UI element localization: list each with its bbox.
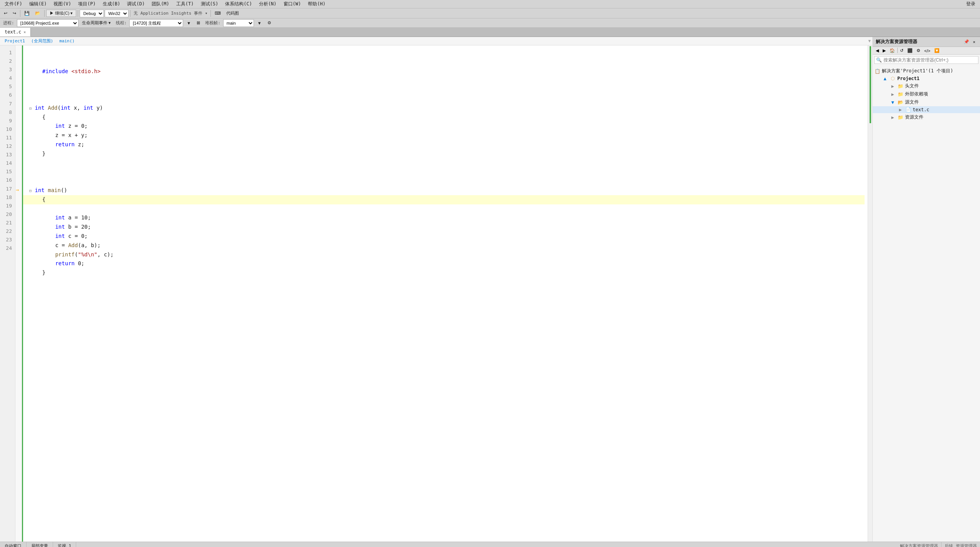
- main-area: Project1 (全局范围) main() ▼ 1 2 3 4 5 6 7 8…: [0, 37, 980, 542]
- panel-pin-btn[interactable]: 📌: [962, 39, 971, 45]
- line-11: }: [29, 151, 45, 157]
- menu-analyze[interactable]: 分析(N): [256, 0, 280, 8]
- menu-architecture[interactable]: 体系结构(C): [222, 0, 255, 8]
- textc-file-icon: 📄: [905, 107, 911, 112]
- sep3: [78, 10, 78, 17]
- line-8: int z = 0;: [29, 123, 88, 129]
- open-btn[interactable]: 📂: [33, 10, 43, 17]
- menu-team[interactable]: 团队(M): [149, 0, 172, 8]
- menu-test[interactable]: 测试(S): [198, 0, 222, 8]
- menu-view[interactable]: 视图(V): [50, 0, 74, 8]
- stop-btn[interactable]: ⬛: [906, 48, 914, 54]
- menu-tools[interactable]: 工具(T): [173, 0, 197, 8]
- bottom-tab-watch[interactable]: 监视 1: [53, 542, 76, 547]
- nav-back-btn[interactable]: ◀: [874, 48, 880, 54]
- search-icon: 🔍: [876, 57, 882, 63]
- tab-close-btn[interactable]: ×: [23, 30, 26, 34]
- debug-dropdown[interactable]: Debug: [80, 10, 104, 17]
- expand5-icon: ▶: [897, 107, 903, 112]
- redo-btn[interactable]: ↪: [10, 10, 18, 17]
- sep: [897, 48, 898, 53]
- tree-text-c[interactable]: ▶ 📄 text.c: [873, 106, 980, 113]
- headers-folder-icon: 📁: [897, 84, 903, 89]
- line-2: #include <stdio.h>: [29, 68, 100, 74]
- nav-scope[interactable]: (全局范围): [28, 38, 56, 44]
- solution-icon: 📋: [874, 69, 880, 74]
- save-btn[interactable]: 💾: [22, 10, 32, 17]
- code-view-btn2[interactable]: </>: [923, 48, 932, 54]
- refresh-btn[interactable]: ↺: [898, 48, 905, 54]
- file-tab-text-c[interactable]: text.c ×: [0, 28, 31, 37]
- process-select[interactable]: [10668] Project1.exe: [17, 19, 78, 27]
- lifecycle-btn[interactable]: 生命周期事件 ▾: [80, 19, 113, 27]
- stack-expand-btn[interactable]: ▼: [255, 20, 264, 26]
- line-9: z = x + y;: [29, 132, 88, 138]
- solution-explorer-btn[interactable]: 解决方案资源管理器: [897, 542, 941, 547]
- code-view-btn[interactable]: 代码图: [224, 10, 241, 17]
- bottom-tab-locals[interactable]: 局部变量: [27, 542, 53, 547]
- stack-select[interactable]: main: [223, 19, 254, 27]
- filter-btn2[interactable]: 🔽: [933, 48, 941, 54]
- menu-debug[interactable]: 调试(D): [124, 0, 148, 8]
- source-ctrl-btn[interactable]: ⌨: [212, 10, 223, 17]
- code-content[interactable]: #include <stdio.h> ⊟ int Add(int x, int …: [23, 45, 868, 542]
- src-folder-icon: 📂: [897, 100, 903, 105]
- line-20: c = Add(a, b);: [29, 242, 100, 248]
- filter-btn[interactable]: ▼: [184, 20, 193, 26]
- project-icon: ⬡: [890, 76, 896, 81]
- login-area[interactable]: 登录: [966, 1, 978, 7]
- nav-expand-btn[interactable]: ▼: [868, 38, 871, 43]
- nav-forward-btn[interactable]: ▶: [881, 48, 887, 54]
- line-18: int b = 20;: [29, 224, 91, 230]
- tree-headers[interactable]: ▶ 📁 头文件: [873, 82, 980, 90]
- settings-btn[interactable]: ⚙: [915, 48, 922, 54]
- headers-expand-icon: ▶: [890, 84, 896, 89]
- solution-search-input[interactable]: [883, 57, 977, 63]
- bottom-tab-auto[interactable]: 自动窗口: [0, 542, 27, 547]
- code-editor[interactable]: 1 2 3 4 5 6 7 8 9 10 11 12 13 14 15 16 1…: [0, 45, 872, 542]
- line-16: {: [23, 195, 865, 204]
- tree-resource-files[interactable]: ▶ 📁 资源文件: [873, 113, 980, 121]
- tab-bar: text.c ×: [0, 28, 980, 37]
- undo-btn[interactable]: ↩: [2, 10, 10, 17]
- nav-function[interactable]: main(): [56, 38, 78, 43]
- platform-dropdown[interactable]: Win32: [105, 10, 129, 17]
- panel-title-bar: 解决方案资源管理器 📌 ×: [873, 37, 980, 47]
- solution-tree: 📋 解决方案'Project1'(1 个项目) ▲ ⬡ Project1 ▶ 📁…: [873, 65, 980, 542]
- editor-area: Project1 (全局范围) main() ▼ 1 2 3 4 5 6 7 8…: [0, 37, 872, 542]
- menu-window[interactable]: 窗口(W): [280, 0, 304, 8]
- thread-select[interactable]: [14720] 主线程: [129, 19, 183, 27]
- panel-title: 解决方案资源管理器: [876, 38, 917, 45]
- panel-toolbar: ◀ ▶ 🏠 ↺ ⬛ ⚙ </> 🔽: [873, 47, 980, 55]
- panel-close-btn[interactable]: ×: [972, 39, 977, 45]
- menu-file[interactable]: 文件(F): [2, 0, 25, 8]
- resource-manager-btn[interactable]: 后续 资源管理器: [941, 542, 980, 547]
- collapse-main-fn[interactable]: ⊟: [29, 189, 32, 193]
- line-7: {: [29, 114, 45, 120]
- nav-project[interactable]: Project1: [2, 38, 28, 43]
- menu-project[interactable]: 项目(P): [75, 0, 99, 8]
- panel-controls: 📌 ×: [962, 39, 977, 45]
- tree-source-files[interactable]: ▼ 📂 源文件: [873, 98, 980, 106]
- menu-edit[interactable]: 编辑(E): [26, 0, 50, 8]
- tree-project[interactable]: ▲ ⬡ Project1: [873, 75, 980, 82]
- menu-build[interactable]: 生成(B): [100, 0, 124, 8]
- breakpoints-btn[interactable]: ⊠: [194, 20, 202, 26]
- tab-filename: text.c: [5, 29, 21, 35]
- continue-label: ▶ 继续(C) ▾: [50, 11, 73, 15]
- source-files-label: 源文件: [905, 99, 919, 105]
- collapse-add-fn[interactable]: ⊟: [29, 106, 32, 110]
- editor-scrollbar[interactable]: [868, 45, 872, 542]
- tree-solution[interactable]: 📋 解决方案'Project1'(1 个项目): [873, 67, 980, 75]
- line-10: return z;: [29, 141, 84, 147]
- tree-external-deps[interactable]: ▶ 📁 外部依赖项: [873, 90, 980, 98]
- menubar: 文件(F) 编辑(E) 视图(V) 项目(P) 生成(B) 调试(D) 团队(M…: [0, 0, 980, 8]
- headers-label: 头文件: [905, 83, 919, 89]
- res-expand-icon: ▶: [890, 115, 896, 120]
- home-btn[interactable]: 🏠: [888, 48, 897, 54]
- menu-help[interactable]: 帮助(H): [305, 0, 329, 8]
- solution-search-box: 🔍: [874, 56, 978, 64]
- continue-btn[interactable]: ▶ 继续(C) ▾: [46, 10, 76, 17]
- stack-settings-btn[interactable]: ⚙: [265, 20, 274, 26]
- line-22: return 0;: [29, 260, 84, 266]
